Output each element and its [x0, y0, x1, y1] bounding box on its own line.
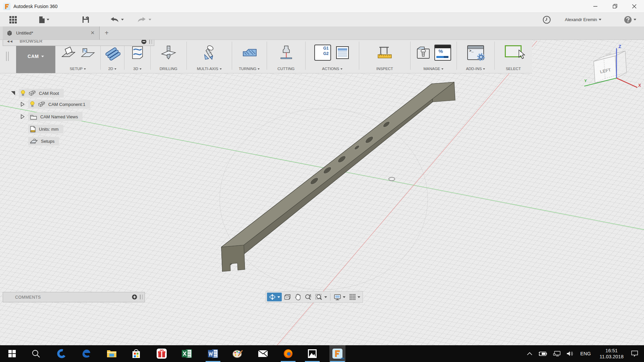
minimize-button[interactable] — [586, 0, 605, 12]
close-button[interactable] — [625, 0, 644, 12]
ribbon-group-cutting[interactable]: CUTTING — [267, 40, 306, 73]
job-status-button[interactable] — [543, 13, 551, 26]
taskbar-firefox[interactable] — [280, 345, 296, 362]
file-menu-button[interactable] — [39, 13, 49, 26]
taskbar-excel[interactable] — [179, 345, 195, 362]
visibility-bulb-icon[interactable] — [21, 90, 25, 96]
ribbon-group-actions[interactable]: G1 G2 ACTIONS — [306, 40, 359, 73]
visibility-bulb-icon[interactable] — [30, 101, 35, 107]
zoom-button[interactable] — [304, 293, 313, 301]
tree-item-units[interactable]: Units: mm — [19, 125, 63, 133]
grid-settings-button[interactable] — [347, 293, 362, 301]
gear-icon — [476, 52, 486, 62]
tree-item-cam-component[interactable]: CAM Component:1 — [19, 100, 90, 109]
expander-open-icon[interactable] — [10, 91, 16, 96]
save-button[interactable] — [82, 13, 89, 26]
view-cube[interactable]: LEFT TOP Z X Y — [584, 42, 644, 94]
taskbar-store[interactable] — [128, 345, 144, 362]
taskbar-gift-app[interactable] — [154, 345, 170, 362]
taskbar-blue-c-app[interactable] — [54, 345, 70, 362]
taskbar-file-explorer[interactable] — [104, 345, 120, 362]
ribbon-group-label: MULTI-AXIS — [197, 67, 218, 71]
new-tab-button[interactable]: + — [103, 29, 110, 36]
taskbar-paint[interactable] — [230, 345, 246, 362]
ribbon-group-drilling[interactable]: DRILLING — [151, 40, 186, 73]
restore-button[interactable] — [605, 0, 625, 12]
taskbar-fusion-360[interactable]: 360 — [329, 345, 345, 362]
tab-close-icon[interactable]: ✕ — [90, 30, 95, 36]
expander-collapsed-icon[interactable] — [19, 114, 25, 119]
ribbon-group-manage[interactable]: % MANAGE — [411, 40, 457, 73]
look-at-button[interactable] — [283, 293, 292, 301]
tray-chevron-icon[interactable] — [527, 352, 532, 355]
tree-item-cam-root[interactable]: CAM Root — [10, 89, 64, 98]
multi-axis-icon[interactable] — [201, 45, 217, 61]
pan-button[interactable] — [293, 293, 303, 301]
redo-icon — [137, 16, 147, 23]
component-icon — [38, 101, 45, 108]
taskbar-edge[interactable] — [78, 345, 94, 362]
ribbon-group-label: ACTIONS — [322, 67, 339, 71]
scripts-addins-icon[interactable]: >_ — [467, 45, 484, 60]
network-icon[interactable] — [553, 351, 560, 356]
task-manager-icon[interactable]: % — [434, 45, 451, 61]
orbit-button[interactable] — [267, 293, 282, 301]
origin-marker[interactable] — [389, 177, 395, 181]
model-bar[interactable] — [221, 82, 455, 272]
app-grid-button[interactable] — [9, 13, 17, 26]
document-tab[interactable]: Untitled* ✕ — [3, 26, 100, 40]
tool-library-icon[interactable] — [416, 45, 431, 60]
taskbar-word[interactable] — [205, 345, 221, 362]
display-settings-button[interactable] — [332, 293, 346, 301]
panel-grip[interactable] — [140, 295, 143, 299]
turning-icon[interactable] — [241, 45, 257, 61]
redo-button[interactable] — [137, 13, 151, 26]
fit-button[interactable] — [314, 293, 328, 301]
taskbar-photos[interactable] — [304, 345, 320, 362]
ribbon-group-add-ins[interactable]: >_ ADD-INS — [457, 40, 494, 73]
tree-item-named-views[interactable]: CAM Named Views — [19, 112, 83, 121]
speaker-icon[interactable] — [567, 351, 573, 356]
ribbon-group-turning[interactable]: TURNING — [232, 40, 267, 73]
setup-folder-icon[interactable] — [79, 45, 96, 61]
taskbar-clock[interactable]: 16:51 11.03.2018 — [600, 348, 624, 360]
plus-circle-icon[interactable] — [132, 294, 137, 300]
tree-item-setups[interactable]: Setups — [19, 137, 59, 145]
window-title-bar[interactable]: Autodesk Fusion 360 — [0, 0, 644, 13]
tree-item-label[interactable]: Units: mm — [39, 127, 59, 132]
comments-panel-header[interactable]: COMMENTS — [3, 292, 145, 302]
document-tab-title: Untitled* — [16, 31, 33, 36]
language-indicator[interactable]: ENG — [580, 351, 591, 356]
ribbon-group-label: CUTTING — [277, 67, 294, 71]
cutting-icon[interactable] — [278, 45, 294, 61]
battery-icon[interactable] — [538, 351, 547, 356]
start-button[interactable] — [4, 345, 20, 362]
help-button[interactable] — [624, 13, 636, 26]
z-axis-label: Z — [619, 44, 621, 49]
tree-item-label[interactable]: Setups — [41, 139, 54, 144]
tree-item-label[interactable]: CAM Root — [39, 91, 59, 96]
ribbon-group-multi-axis[interactable]: MULTI-AXIS — [187, 40, 232, 73]
new-setup-icon[interactable] — [60, 45, 76, 61]
tree-item-label[interactable]: CAM Named Views — [40, 114, 78, 119]
tree-item-label[interactable]: CAM Component:1 — [48, 102, 86, 107]
taskbar-search-button[interactable] — [28, 345, 44, 362]
undo-button[interactable] — [109, 13, 124, 26]
expander-collapsed-icon[interactable] — [19, 102, 25, 107]
setup-sheet-icon[interactable] — [334, 45, 351, 61]
model-top-face[interactable] — [221, 82, 454, 247]
word-icon — [208, 349, 218, 358]
measure-icon[interactable] — [377, 45, 393, 61]
ribbon-group-select[interactable]: SELECT — [495, 40, 532, 73]
3d-pocket-icon[interactable] — [129, 45, 146, 61]
panel-grip[interactable] — [149, 39, 152, 44]
window-title: Autodesk Fusion 360 — [13, 4, 58, 9]
ribbon-group-inspect[interactable]: INSPECT — [359, 40, 410, 73]
model-near-face[interactable] — [221, 245, 245, 272]
drilling-icon[interactable] — [160, 45, 176, 61]
user-account-button[interactable]: Alexandr Eremin — [565, 13, 601, 26]
taskbar-mail[interactable] — [255, 345, 271, 362]
post-process-icon[interactable]: G1 G2 — [314, 45, 331, 61]
2d-pocket-icon[interactable] — [104, 45, 120, 61]
action-center-icon[interactable] — [631, 351, 638, 357]
